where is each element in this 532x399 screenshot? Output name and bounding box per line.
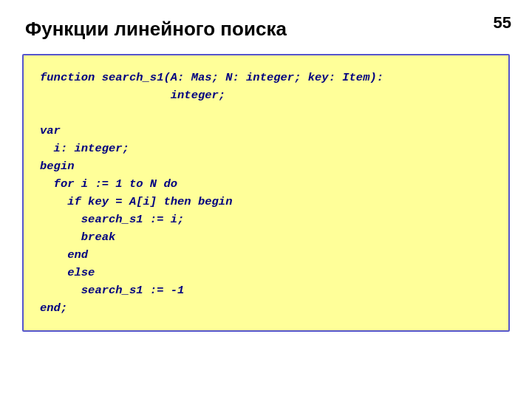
slide-title: Функции линейного поиска	[22, 18, 510, 41]
slide-number: 55	[494, 13, 511, 33]
code-box: function search_s1(A: Mas; N: integer; k…	[22, 54, 510, 332]
slide: 55 Функции линейного поиска function sea…	[0, 0, 532, 399]
code-content: function search_s1(A: Mas; N: integer; k…	[40, 69, 492, 317]
